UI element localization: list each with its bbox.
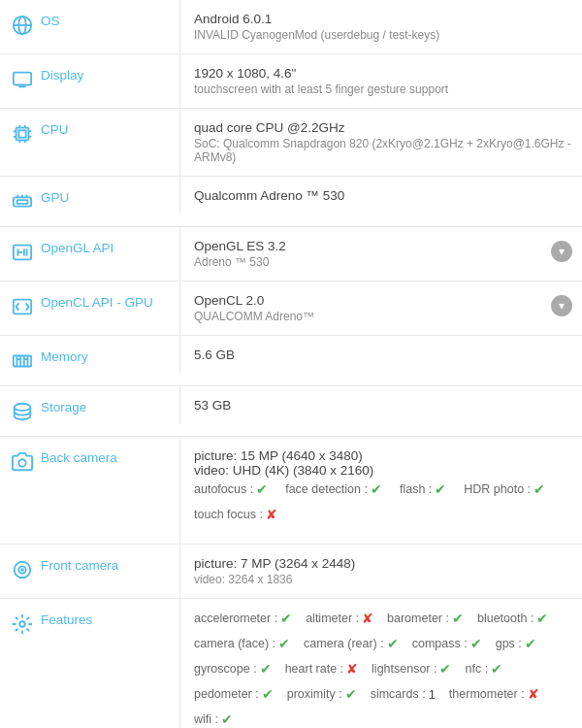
label-features: Features [0, 599, 179, 648]
row-display: Display 1920 x 1080, 4.6"touchscreen wit… [0, 54, 582, 109]
label-opencl: OpenCL API - GPU [0, 281, 179, 331]
back-camera-row2: touch focus :✘ [194, 507, 572, 528]
gpu-icon [12, 191, 33, 213]
memory-main: 5.6 GB [194, 347, 572, 362]
row-opengl: OpenGL API OpenGL ES 3.2Adreno ™ 530▾ [0, 227, 582, 281]
svg-point-38 [21, 569, 23, 571]
globe-icon [12, 15, 33, 36]
cross-icon: ✘ [362, 611, 373, 626]
label-memory: Memory [0, 336, 179, 385]
feature-row-2: gyroscope :✔heart rate :✘lightsensor :✔n… [194, 661, 572, 682]
cross-icon: ✘ [266, 507, 277, 522]
check-icon: ✔ [470, 636, 482, 651]
value-opengl: OpenGL ES 3.2Adreno ™ 530▾ [179, 227, 582, 281]
value-memory: 5.6 GB [179, 336, 582, 374]
check-icon: ✔ [221, 711, 233, 727]
value-frontcam: picture: 7 MP (3264 x 2448)video: 3264 x… [179, 545, 582, 598]
feature-barometer: barometer :✔ [387, 611, 464, 626]
feature-lightsensor: lightsensor :✔ [372, 661, 451, 677]
check-icon: ✔ [280, 611, 292, 626]
gpu-label: GPU [41, 190, 69, 205]
value-backcam: picture: 15 MP (4640 x 3480) video: UHD … [179, 437, 582, 544]
back-camera-main: picture: 15 MP (4640 x 3480) [194, 448, 572, 463]
label-frontcam: Front camera [0, 545, 179, 594]
frontcamera-icon [12, 559, 33, 580]
feature-row-0: accelerometer :✔altimeter :✘barometer :✔… [194, 611, 572, 632]
opengl-main: OpenGL ES 3.2 [194, 239, 572, 253]
value-cpu: quad core CPU @2.2GHzSoC: Qualcomm Snapd… [179, 109, 582, 176]
opengl-sub: Adreno ™ 530 [194, 255, 572, 269]
value-gpu: Qualcomm Adreno ™ 530 [179, 177, 582, 215]
feature-compass: compass :✔ [412, 636, 482, 651]
feature-touch-focus: touch focus :✘ [194, 507, 277, 522]
cpu-icon [12, 123, 33, 145]
feature-camera-rear: camera (rear) :✔ [304, 636, 399, 651]
row-opencl: OpenCL API - GPU OpenCL 2.0QUALCOMM Adre… [0, 281, 582, 336]
feature-accelerometer: accelerometer :✔ [194, 611, 292, 626]
check-icon: ✔ [256, 481, 268, 497]
svg-rect-17 [17, 200, 28, 204]
feature-autofocus: autofocus :✔ [194, 481, 268, 497]
cross-icon: ✘ [528, 686, 539, 702]
feature-gyroscope: gyroscope :✔ [194, 661, 272, 677]
chevron-down-icon[interactable]: ▾ [551, 295, 572, 316]
feature-nfc: nfc :✔ [465, 661, 502, 677]
label-display: Display [0, 54, 179, 104]
feature-HDR-photo: HDR photo :✔ [464, 481, 545, 497]
svg-rect-3 [14, 73, 31, 85]
svg-rect-7 [18, 130, 25, 137]
features-label: Features [41, 612, 92, 627]
row-features: Features accelerometer :✔altimeter :✘bar… [0, 599, 582, 728]
cpu-sub: SoC: Qualcomm Snapdragon 820 (2xKryo@2.1… [194, 137, 572, 164]
feature-row-3: pedometer :✔proximity :✔simcards :1therm… [194, 686, 572, 708]
check-icon: ✔ [278, 636, 290, 651]
feature-thermometer: thermometer :✘ [449, 686, 539, 702]
os-sub: INVALID CyanogenMod (userdebug / test-ke… [194, 28, 572, 42]
feature-camera-face: camera (face) :✔ [194, 636, 290, 651]
display-main: 1920 x 1080, 4.6" [194, 66, 572, 81]
display-icon [12, 69, 33, 90]
feature-row-1: camera (face) :✔camera (rear) :✔compass … [194, 636, 572, 657]
os-main: Android 6.0.1 [194, 12, 572, 26]
check-icon: ✔ [452, 611, 464, 626]
camera-icon [12, 451, 33, 473]
frontcam-sub: video: 3264 x 1836 [194, 573, 572, 586]
label-os: OS [0, 0, 179, 50]
feature-simcards: simcards :1 [371, 686, 436, 702]
check-icon: ✔ [491, 661, 502, 677]
back-camera-main2: video: UHD (4K) (3840 x 2160) [194, 463, 572, 478]
feature-wifi: wifi :✔ [194, 711, 233, 727]
feature-face-detection: face detection :✔ [285, 481, 382, 497]
opengl-icon [12, 242, 33, 263]
check-icon: ✔ [435, 481, 446, 497]
row-frontcam: Front camera picture: 7 MP (3264 x 2448)… [0, 545, 582, 599]
feature-gps: gps :✔ [496, 636, 536, 651]
value-opencl: OpenCL 2.0QUALCOMM Adreno™▾ [179, 281, 582, 335]
opencl-label: OpenCL API - GPU [41, 295, 153, 310]
check-icon: ✔ [536, 611, 548, 626]
cross-icon: ✘ [346, 661, 358, 677]
storage-main: 53 GB [194, 398, 572, 413]
check-icon: ✔ [439, 661, 451, 677]
frontcam-main: picture: 7 MP (3264 x 2448) [194, 556, 572, 571]
svg-point-34 [15, 404, 31, 411]
row-gpu: GPU Qualcomm Adreno ™ 530 [0, 177, 582, 227]
memory-label: Memory [41, 349, 88, 364]
row-memory: Memory 5.6 GB [0, 336, 582, 386]
check-icon: ✔ [387, 636, 399, 651]
feature-row-4: wifi :✔ [194, 711, 572, 728]
cpu-main: quad core CPU @2.2GHz [194, 120, 572, 135]
frontcam-label: Front camera [41, 558, 118, 573]
check-icon: ✔ [260, 661, 272, 677]
display-label: Display [41, 68, 83, 83]
label-backcam: Back camera [0, 437, 179, 486]
storage-icon [12, 401, 33, 422]
feature-heart-rate: heart rate :✘ [285, 661, 358, 677]
chevron-down-icon[interactable]: ▾ [551, 241, 572, 262]
row-backcam: Back camera picture: 15 MP (4640 x 3480)… [0, 437, 582, 545]
label-cpu: CPU [0, 109, 179, 158]
check-icon: ✔ [345, 686, 357, 702]
label-gpu: GPU [0, 177, 179, 226]
storage-label: Storage [41, 400, 86, 414]
value-storage: 53 GB [179, 386, 582, 424]
